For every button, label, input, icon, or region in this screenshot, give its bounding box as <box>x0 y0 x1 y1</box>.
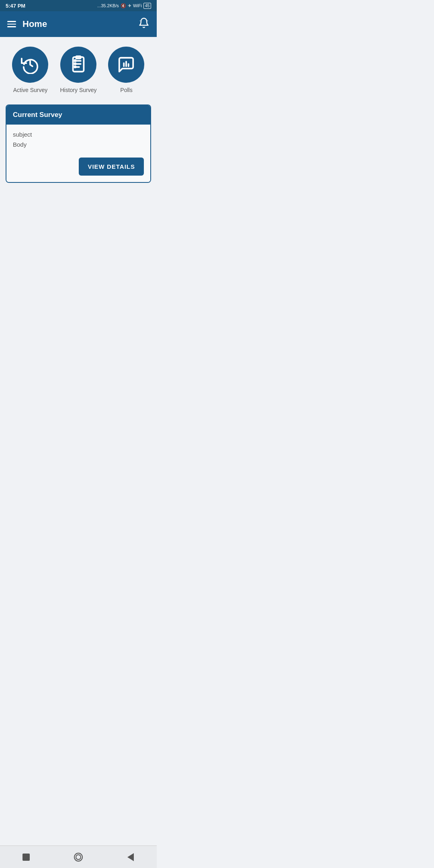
svg-rect-8 <box>74 66 76 68</box>
network-speed: ...35.2KB/s <box>97 3 119 8</box>
page-title: Home <box>23 19 47 29</box>
active-survey-item[interactable]: Active Survey <box>12 47 48 93</box>
polls-label: Polls <box>120 87 132 93</box>
hamburger-line-1 <box>7 21 16 22</box>
wifi-icon: WiFi <box>133 3 142 8</box>
history-clock-icon <box>21 55 39 74</box>
survey-subject-text: subject <box>13 131 144 138</box>
svg-rect-7 <box>74 63 76 64</box>
hamburger-line-2 <box>7 24 16 25</box>
survey-card-body: subject Body VIEW DETAILS <box>6 125 150 182</box>
active-survey-label: Active Survey <box>13 87 48 93</box>
status-time: 5:47 PM <box>6 3 25 9</box>
survey-body-text: Body <box>13 141 144 148</box>
current-survey-card: Current Survey subject Body VIEW DETAILS <box>6 104 151 183</box>
active-survey-circle <box>12 47 48 83</box>
svg-rect-6 <box>74 60 76 61</box>
status-right-icons: ...35.2KB/s 🔇 ✈ WiFi 45 <box>97 3 151 9</box>
app-header: Home <box>0 11 157 37</box>
view-details-button[interactable]: VIEW DETAILS <box>79 158 144 176</box>
battery-indicator: 45 <box>143 3 151 9</box>
icons-section: Active Survey History Survey <box>0 37 157 100</box>
airplane-icon: ✈ <box>128 3 131 8</box>
polls-circle <box>108 47 144 83</box>
header-left: Home <box>7 19 47 29</box>
survey-card-header: Current Survey <box>6 105 150 125</box>
poll-chart-icon <box>117 55 135 74</box>
history-survey-circle <box>60 47 96 83</box>
status-bar: 5:47 PM ...35.2KB/s 🔇 ✈ WiFi 45 <box>0 0 157 11</box>
mute-icon: 🔇 <box>121 3 126 8</box>
survey-card-title: Current Survey <box>13 111 62 119</box>
notification-bell-icon[interactable] <box>138 17 149 31</box>
clipboard-list-icon <box>69 55 88 74</box>
hamburger-menu-button[interactable] <box>7 21 16 27</box>
hamburger-line-3 <box>7 26 16 27</box>
history-survey-item[interactable]: History Survey <box>60 47 96 93</box>
history-survey-label: History Survey <box>60 87 96 93</box>
polls-item[interactable]: Polls <box>108 47 144 93</box>
